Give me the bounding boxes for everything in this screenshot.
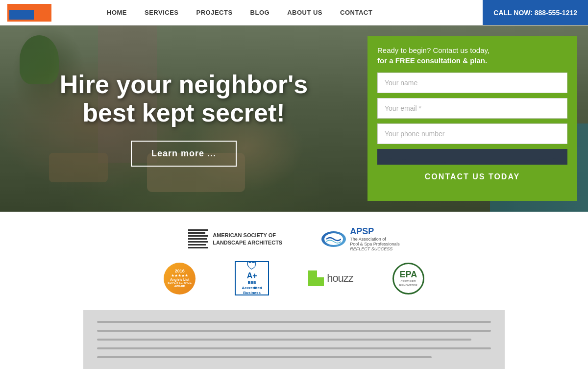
houzz-icon-container bbox=[308, 270, 324, 286]
content-line-1 bbox=[97, 321, 491, 323]
asla-line-1 bbox=[188, 229, 208, 231]
hero-section: Hire your neighbor's best kept secret! L… bbox=[0, 25, 588, 212]
email-input[interactable] bbox=[377, 98, 567, 119]
svg-rect-1 bbox=[308, 277, 324, 286]
angies-award-text: SUPER SERVICE AWARD bbox=[164, 281, 196, 288]
navbar: HOME SERVICES PROJECTS BLOG ABOUT US CON… bbox=[0, 0, 588, 25]
content-line-5 bbox=[97, 356, 432, 358]
bbb-accredited-text: BBBAccreditedBusiness bbox=[242, 280, 262, 295]
epa-logo: EPA CERTIFIED RENOVATOR bbox=[392, 263, 424, 294]
asla-line-7 bbox=[188, 247, 208, 248]
asla-line-3 bbox=[188, 235, 208, 237]
logo-box bbox=[7, 4, 51, 22]
logos-row-1: AMERICAN SOCIETY OF LANDSCAPE ARCHITECTS… bbox=[39, 226, 549, 251]
contact-title-bold: for a FREE consultation & plan. bbox=[377, 56, 487, 65]
hero-content: Hire your neighbor's best kept secret! L… bbox=[0, 25, 368, 212]
call-now-button[interactable]: CALL NOW: 888-555-1212 bbox=[483, 0, 588, 25]
asla-line-4 bbox=[188, 238, 207, 240]
bbb-logo: 🛡 A+ BBBAccreditedBusiness bbox=[235, 261, 269, 295]
bbb-rating: A+ bbox=[247, 271, 257, 280]
nav-item-home[interactable]: HOME bbox=[98, 0, 136, 25]
contact-panel-title: Ready to begin? Contact us today, for a … bbox=[377, 45, 567, 66]
contact-title-normal: Ready to begin? Contact us today, bbox=[377, 46, 490, 54]
nav-links: HOME SERVICES PROJECTS BLOG ABOUT US CON… bbox=[98, 0, 483, 25]
logo-inner bbox=[9, 10, 34, 20]
epa-sub-text: CERTIFIED RENOVATOR bbox=[394, 280, 423, 287]
asla-line1: AMERICAN SOCIETY OF bbox=[213, 232, 282, 239]
nav-item-projects[interactable]: PROJECTS bbox=[188, 0, 242, 25]
logos-row-2: 2016 ★★★★★ Angie's List SUPER SERVICE AW… bbox=[39, 261, 549, 295]
asla-line-6 bbox=[188, 244, 206, 245]
apsp-icon bbox=[321, 231, 346, 247]
nav-item-services[interactable]: SERVICES bbox=[136, 0, 188, 25]
asla-line-5 bbox=[188, 241, 208, 243]
asla-text: AMERICAN SOCIETY OF LANDSCAPE ARCHITECTS bbox=[213, 232, 282, 246]
apsp-main-text: APSP bbox=[350, 226, 400, 237]
houzz-text: houzz bbox=[327, 272, 353, 285]
contact-panel: Ready to begin? Contact us today, for a … bbox=[368, 25, 588, 212]
content-line-4 bbox=[97, 347, 491, 349]
content-line-3 bbox=[97, 339, 471, 341]
phone-input[interactable] bbox=[377, 123, 567, 144]
nav-item-contact[interactable]: CONTACT bbox=[331, 0, 381, 25]
bbb-shield-icon: 🛡 bbox=[246, 261, 257, 271]
angies-list-text: Angie's List bbox=[170, 278, 189, 281]
panel-bottom-arrow bbox=[377, 149, 567, 165]
contact-us-today-button[interactable]: CONTACT US TODAY bbox=[377, 165, 567, 189]
asla-icon bbox=[188, 229, 208, 248]
houzz-logo: houzz bbox=[308, 270, 353, 286]
asla-logo: AMERICAN SOCIETY OF LANDSCAPE ARCHITECTS bbox=[188, 229, 282, 248]
logos-section: AMERICAN SOCIETY OF LANDSCAPE ARCHITECTS… bbox=[0, 212, 588, 310]
nav-item-about[interactable]: ABOUT US bbox=[278, 0, 331, 25]
angies-star: ★★★★★ bbox=[171, 273, 188, 278]
learn-more-button[interactable]: Learn more ... bbox=[131, 141, 237, 167]
hero-headline-line2: best kept secret! bbox=[82, 98, 285, 127]
logo[interactable] bbox=[0, 0, 98, 25]
apsp-sub2-text: Pool & Spa Professionals bbox=[350, 242, 400, 246]
content-section bbox=[83, 310, 505, 369]
epa-text: EPA bbox=[400, 270, 417, 280]
houzz-icon bbox=[308, 270, 324, 286]
apsp-icon-inner bbox=[324, 233, 343, 245]
content-line-2 bbox=[97, 330, 491, 332]
hero-headline: Hire your neighbor's best kept secret! bbox=[40, 71, 327, 126]
apsp-logo: APSP The Association of Pool & Spa Profe… bbox=[321, 226, 400, 251]
angies-list-logo: 2016 ★★★★★ Angie's List SUPER SERVICE AW… bbox=[164, 263, 196, 294]
apsp-text: APSP The Association of Pool & Spa Profe… bbox=[350, 226, 400, 251]
hero-headline-line1: Hire your neighbor's bbox=[60, 70, 308, 98]
apsp-tagline-text: REFLECT SUCCESS bbox=[350, 246, 400, 251]
apsp-wave-icon bbox=[326, 234, 341, 244]
asla-line2: LANDSCAPE ARCHITECTS bbox=[213, 239, 282, 246]
name-input[interactable] bbox=[377, 73, 567, 93]
asla-line-2 bbox=[188, 232, 205, 234]
contact-panel-inner: Ready to begin? Contact us today, for a … bbox=[368, 36, 577, 201]
apsp-sub-text: The Association of bbox=[350, 237, 400, 242]
angies-year: 2016 bbox=[175, 269, 185, 273]
nav-item-blog[interactable]: BLOG bbox=[242, 0, 279, 25]
panel-chevron bbox=[387, 149, 558, 165]
